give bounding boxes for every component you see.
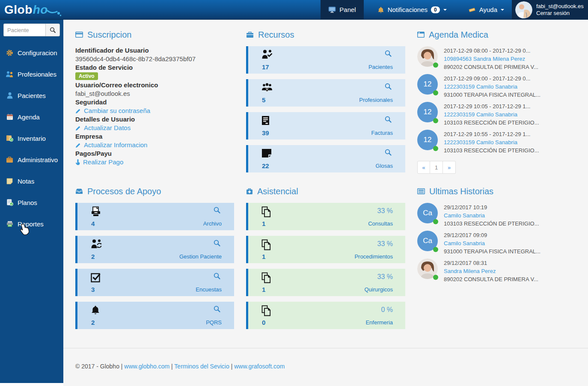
- patient-link[interactable]: 1222303159 Camilo Sanabria: [444, 83, 517, 90]
- online-dot: [433, 219, 438, 224]
- sidebar-item-label: Planos: [18, 199, 37, 206]
- card-link[interactable]: Quirurgicos: [365, 286, 393, 293]
- recursos-title: Recursos: [246, 28, 405, 41]
- avatar: 12: [417, 102, 438, 122]
- sidebar-item-configuracion[interactable]: Configuracion: [0, 42, 63, 63]
- historia-item: 29/12/2017 08:31 Sandra Milena Perez 890…: [417, 258, 576, 283]
- sidebar-item-agenda[interactable]: Agenda: [0, 106, 63, 128]
- footer-link[interactable]: Terminos del Sevicio: [174, 363, 229, 370]
- pagination-prev-button[interactable]: «: [417, 161, 430, 174]
- magnifier-icon[interactable]: [214, 306, 220, 314]
- sidebar-item-profesionales[interactable]: Profesionales: [0, 63, 63, 85]
- card-link[interactable]: Procedimientos: [354, 253, 393, 260]
- sidebar-item-notas[interactable]: Notas: [0, 170, 63, 192]
- patient-link[interactable]: Camilo Sanabria: [444, 212, 485, 219]
- change-password-link[interactable]: Cambiar su contraseña: [75, 107, 234, 115]
- card-link[interactable]: Pacientes: [368, 64, 393, 70]
- card-link[interactable]: Encuestas: [196, 286, 222, 293]
- online-dot: [433, 118, 438, 123]
- gear-icon: [6, 49, 14, 56]
- footer-separator: |: [121, 363, 123, 370]
- pages-icon: [261, 305, 271, 318]
- hand-pay-icon: [75, 159, 80, 165]
- card-count: 3: [91, 286, 95, 293]
- patient-link[interactable]: Camilo Sanabria: [444, 240, 485, 246]
- appointment-time: 2017-12-29 08:00 - 2017-12-29 0...: [444, 48, 530, 54]
- footer-link[interactable]: www.globho.com: [124, 363, 169, 370]
- main-content: Suscripcion Identificador de Usuario 395…: [63, 19, 588, 386]
- footer-link[interactable]: www.grafosoft.com: [234, 363, 285, 370]
- asistencial-card-procedimientos: 1 33 % Procedimientos: [246, 236, 405, 263]
- patient-link[interactable]: 1222303159 Camilo Sanabria: [444, 111, 517, 118]
- logout-link[interactable]: Cerrar sesión: [536, 10, 570, 16]
- sidebar-item-planos[interactable]: Planos: [0, 192, 63, 213]
- card-count: 22: [262, 162, 269, 169]
- procedure-text: 103103 RESECCIÓN DE PTERIGIO...: [444, 220, 539, 227]
- pagination-page-button[interactable]: 1: [430, 161, 443, 174]
- procesos-card-archivo: 4 Archivo: [75, 203, 234, 230]
- card-link[interactable]: Glosas: [376, 163, 393, 169]
- panel-label: Panel: [339, 6, 356, 13]
- tab-panel[interactable]: Panel: [321, 0, 363, 19]
- make-payment-link[interactable]: Realizar Pago: [75, 158, 234, 166]
- professionals-icon: [6, 71, 14, 77]
- monitor-icon: [328, 6, 336, 13]
- agenda-pagination: « 1 »: [417, 161, 456, 174]
- details-label: Detalles de Usuario: [75, 115, 234, 124]
- pencil-icon: [75, 125, 81, 131]
- card-percent: 33 %: [377, 240, 393, 248]
- pages-icon: [261, 239, 271, 252]
- chevron-down-icon: [443, 9, 447, 12]
- group-icon: [261, 83, 273, 93]
- appointment-time: 2017-12-29 10:55 - 2017-12-29 1...: [444, 131, 530, 137]
- patient-icon: [6, 92, 14, 99]
- search-button[interactable]: [45, 24, 60, 36]
- invoice-icon: [261, 116, 270, 127]
- pagination-next-button[interactable]: »: [443, 161, 456, 174]
- online-dot: [433, 90, 438, 95]
- patient-link[interactable]: 1222303159 Camilo Sanabria: [444, 139, 517, 145]
- magnifier-icon[interactable]: [385, 149, 392, 157]
- patient-link[interactable]: Sandra Milena Perez: [444, 268, 496, 274]
- section-historias: Ultimas Historias Ca 29/12/2017 10:19 Ca…: [417, 185, 576, 335]
- sidebar-item-reportes[interactable]: Reportes: [0, 213, 63, 235]
- sidebar-item-inventario[interactable]: Inventario: [0, 128, 63, 149]
- magnifier-icon[interactable]: [214, 207, 220, 215]
- procedure-text: 890202 CONSULTA DE PRIMERA V...: [444, 276, 538, 282]
- procedure-text: 931000 TERAPIA FISICA INTEGRAL...: [444, 248, 540, 255]
- window-icon: [417, 32, 425, 38]
- card-link[interactable]: PQRS: [206, 319, 222, 326]
- card-link[interactable]: Gestion Paciente: [179, 253, 222, 260]
- help-menu[interactable]: Ayuda: [460, 0, 512, 19]
- user-block: fabi_st@outlook.es Cerrar sesión: [512, 0, 588, 19]
- card-count: 1: [262, 286, 265, 293]
- historia-item: Ca 29/12/2017 10:19 Camilo Sanabria 1031…: [417, 203, 576, 228]
- card-link[interactable]: Consultas: [368, 220, 393, 227]
- patient-link[interactable]: 109894563 Sandra Milena Perez: [444, 56, 525, 62]
- footer-separator: |: [171, 363, 173, 370]
- historia-time: 29/12/2017 08:31: [444, 260, 487, 266]
- sidebar-item-pacientes[interactable]: Pacientes: [0, 85, 63, 106]
- sidebar-item-label: Pacientes: [18, 92, 46, 99]
- search-input[interactable]: [3, 24, 45, 36]
- magnifier-icon[interactable]: [385, 83, 392, 92]
- card-link[interactable]: Archivo: [203, 220, 222, 227]
- sidebar-item-administrativo[interactable]: Administrativo: [0, 149, 63, 170]
- magnifier-icon[interactable]: [385, 116, 392, 125]
- card-link[interactable]: Profesionales: [359, 97, 393, 103]
- magnifier-icon[interactable]: [214, 273, 220, 281]
- historias-title: Ultimas Historias: [417, 185, 576, 198]
- magnifier-icon[interactable]: [385, 50, 392, 59]
- section-suscripcion: Suscripcion Identificador de Usuario 395…: [75, 28, 234, 185]
- update-data-link[interactable]: Actualizar Datos: [75, 124, 234, 132]
- email-value: fabi_st@outlook.es: [75, 89, 234, 98]
- pages-icon: [261, 272, 271, 285]
- procedure-text: 890202 CONSULTA DE PRIMERA V...: [444, 64, 538, 70]
- newspaper-icon: [417, 188, 425, 194]
- card-link[interactable]: Facturas: [371, 130, 393, 136]
- notifications-menu[interactable]: Notificaciones 0: [370, 0, 454, 19]
- card-link[interactable]: Enfermeria: [365, 319, 393, 326]
- pencil-icon: [75, 143, 81, 148]
- magnifier-icon[interactable]: [214, 240, 220, 248]
- update-info-link[interactable]: Actualizar Informacion: [75, 141, 234, 149]
